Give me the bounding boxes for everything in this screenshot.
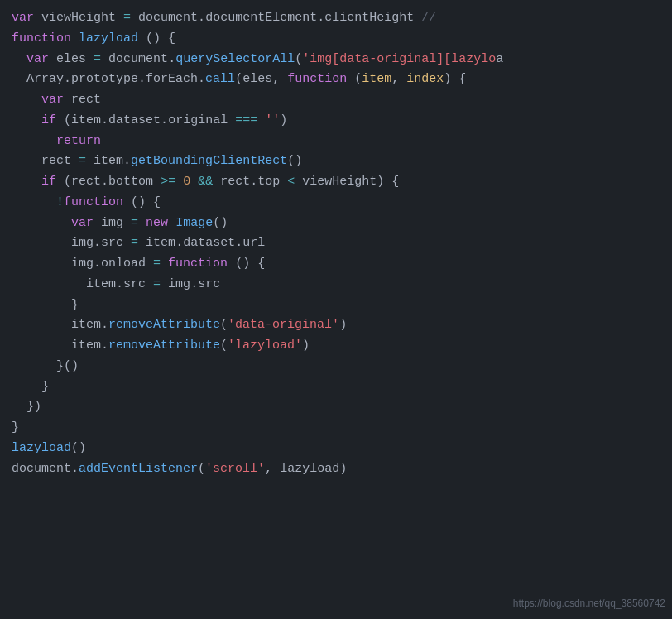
code-line-8: return [12,132,672,152]
watermark: https://blog.csdn.net/qq_38560742 [513,596,665,612]
code-line-3: function lazyload () { [12,29,672,50]
code-line-16: item.src = img.src [12,275,672,295]
code-line-6: var rect [12,90,672,111]
code-line-5: Array.prototype.forEach.call(eles, funct… [12,70,672,90]
code-line-25: lazyload() [12,439,672,459]
code-line-13: var img = new Image() [12,214,672,234]
code-line-18: item.removeAttribute('data-original') [12,315,672,336]
code-line-14: img.src = item.dataset.url [12,233,672,254]
code-line-17: } [12,295,672,316]
code-line-27: document.addEventListener('scroll', lazy… [12,459,672,480]
code-line-12: !function () { [12,193,672,214]
code-line-9: rect = item.getBoundingClientRect() [12,151,672,172]
code-line-1: var viewHeight = document.documentElemen… [12,8,672,29]
code-editor: var viewHeight = document.documentElemen… [0,0,672,619]
code-line-15: img.onload = function () { [12,254,672,275]
code-line-19: item.removeAttribute('lazyload') [12,336,672,357]
code-line-23: } [12,418,672,439]
code-line-7: if (item.dataset.original === '') [12,111,672,132]
code-line-11: if (rect.bottom >= 0 && rect.top < viewH… [12,172,672,193]
code-line-21: } [12,377,672,398]
code-line-22: }) [12,397,672,418]
code-line-4: var eles = document.querySelectorAll('im… [12,50,672,70]
code-line-20: }() [12,357,672,377]
